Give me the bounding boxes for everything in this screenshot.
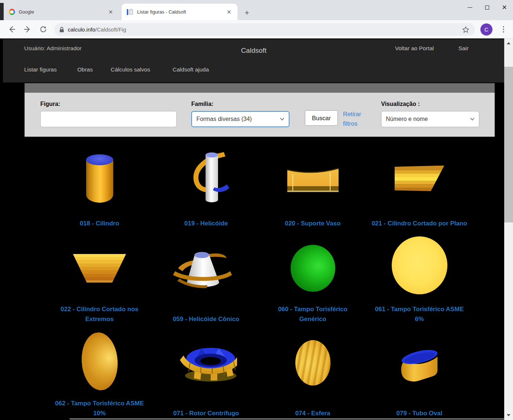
window-controls: ✕ [461, 0, 513, 15]
minimize-icon [468, 7, 472, 8]
figure-image-060[interactable] [259, 235, 366, 302]
browser-toolbar: calculo.info/Caldsoft/Fig C [0, 20, 513, 38]
logout-link[interactable]: Sair [458, 45, 469, 52]
figure-card-018[interactable]: 018 - Cilindro [46, 143, 153, 233]
figure-card-022[interactable]: 022 - Cilindro Cortado nosExtremos [46, 235, 153, 326]
familia-select-value: Formas diversas (34) [196, 116, 252, 122]
figure-card-074[interactable]: 074 - Esfera [259, 328, 366, 419]
window-edge [0, 3, 4, 20]
figure-card-020[interactable]: 020 - Suporte Vaso [259, 143, 366, 233]
url-text: calculo.info/Caldsoft/Fig [68, 26, 126, 33]
figure-label[interactable]: 021 - Cilindro Cortado por Plano [362, 218, 476, 228]
figura-label: Figura: [40, 101, 60, 107]
figure-image-022[interactable] [46, 235, 153, 302]
figure-image-062[interactable] [46, 328, 153, 398]
figure-image-019[interactable] [153, 143, 259, 214]
tab-close-icon[interactable]: ✕ [226, 9, 232, 15]
figure-label[interactable]: 061 - Tampo Torisférico ASME [362, 304, 476, 314]
minimize-button[interactable] [461, 0, 479, 15]
portal-link[interactable]: Voltar ao Portal [395, 45, 434, 52]
figure-card-061[interactable]: 061 - Tampo Torisférico ASME6% [366, 235, 473, 326]
back-icon[interactable] [7, 25, 16, 34]
nav-caldsoft-ajuda[interactable]: Caldsoft ajuda [173, 66, 209, 73]
caldsoft-favicon-icon [127, 9, 133, 15]
figure-image-079[interactable] [366, 328, 473, 398]
forward-icon[interactable] [23, 25, 32, 34]
figure-card-062[interactable]: 062 - Tampo Torisférico ASME10% [46, 328, 153, 419]
figure-label[interactable]: 071 - Rotor Centrífugo [149, 408, 263, 418]
visualizacao-select-value: Número e nome [386, 116, 428, 122]
figure-card-079[interactable]: 079 - Tubo Oval [366, 328, 473, 419]
figure-image-018[interactable] [46, 143, 153, 214]
nav-obras[interactable]: Obras [77, 66, 93, 73]
figure-image-061[interactable] [366, 235, 473, 302]
figure-label[interactable]: 060 - Tampo Torisférico [256, 304, 370, 314]
menu-dots-icon[interactable] [499, 25, 508, 34]
figure-label[interactable]: 059 - Helicóide Cônico [149, 314, 263, 324]
scroll-up-icon[interactable] [504, 38, 513, 48]
familia-label: Família: [191, 101, 213, 107]
figure-card-071[interactable]: 071 - Rotor Centrífugo [153, 328, 259, 419]
google-favicon-icon [9, 9, 15, 15]
figure-card-060[interactable]: 060 - Tampo TorisféricoGenérico [259, 235, 366, 326]
lock-icon [59, 27, 64, 33]
browser-window: Google ✕ Listar figuras - Caldsoft ✕ + ✕… [0, 0, 513, 420]
buscar-button[interactable]: Buscar [305, 110, 338, 126]
tab-title: Google [19, 9, 107, 15]
figure-image-074[interactable] [259, 328, 366, 398]
tab-google[interactable]: Google ✕ [4, 4, 119, 20]
new-tab-button[interactable]: + [242, 8, 252, 18]
figure-image-071[interactable] [153, 328, 259, 398]
cylinder-top [86, 154, 113, 165]
bookmark-star-icon[interactable] [462, 26, 470, 34]
figure-label[interactable]: 022 - Cilindro Cortado nos [43, 304, 156, 314]
tab-title: Listar figuras - Caldsoft [137, 9, 226, 15]
visualizacao-select[interactable]: Número e nome [381, 111, 479, 127]
maximize-icon [485, 5, 489, 10]
scrollbar-thumb[interactable] [504, 67, 513, 222]
figure-image-021[interactable] [366, 143, 473, 214]
close-button[interactable]: ✕ [496, 0, 513, 15]
filter-panel: Figura: Família: Formas diversas (34) Bu… [25, 93, 495, 137]
address-bar[interactable]: calculo.info/Caldsoft/Fig [54, 23, 475, 36]
figure-image-020[interactable] [259, 143, 366, 214]
tab-caldsoft[interactable]: Listar figuras - Caldsoft ✕ [122, 4, 237, 20]
web-page: Usuário: Administrador Caldsoft Voltar a… [0, 38, 513, 420]
familia-select[interactable]: Formas diversas (34) [191, 111, 289, 127]
figure-card-059[interactable]: 059 - Helicóide Cônico [153, 235, 259, 326]
nav-listar-figuras[interactable]: Listar figuras [24, 66, 57, 73]
page-scrollbar[interactable] [504, 38, 513, 420]
figure-label[interactable]: 018 - Cilindro [43, 218, 156, 228]
maximize-button[interactable] [479, 0, 496, 15]
tab-close-icon[interactable]: ✕ [107, 9, 114, 15]
chevron-down-icon [470, 118, 475, 121]
tab-strip: Google ✕ Listar figuras - Caldsoft ✕ + ✕ [0, 0, 513, 20]
scroll-down-icon[interactable] [504, 410, 513, 420]
panel-top-bar [25, 83, 495, 93]
visualizacao-label: Visualização : [381, 101, 420, 107]
profile-avatar[interactable]: C [480, 23, 492, 36]
figure-label[interactable]: 020 - Suporte Vaso [256, 218, 370, 228]
figure-label[interactable]: 074 - Esfera [256, 408, 370, 418]
reload-icon[interactable] [39, 25, 48, 34]
site-header: Usuário: Administrador Caldsoft Voltar a… [3, 39, 505, 82]
figure-label[interactable]: 079 - Tubo Oval [362, 408, 476, 418]
next-row-edge [70, 418, 505, 420]
chevron-down-icon [280, 118, 284, 121]
figure-card-019[interactable]: 019 - Helicóide [153, 143, 259, 233]
figure-card-021[interactable]: 021 - Cilindro Cortado por Plano [366, 143, 473, 233]
figura-input[interactable] [40, 111, 177, 127]
figure-label[interactable]: 019 - Helicóide [149, 218, 263, 228]
retirar-filtros-link[interactable]: Retirar filtros [343, 109, 369, 128]
cylinder-body [86, 160, 113, 203]
close-icon: ✕ [502, 4, 507, 11]
nav-calculos-salvos[interactable]: Cálculos salvos [111, 66, 150, 73]
figure-label[interactable]: 062 - Tampo Torisférico ASME [43, 398, 156, 408]
figure-image-059[interactable] [153, 235, 259, 302]
